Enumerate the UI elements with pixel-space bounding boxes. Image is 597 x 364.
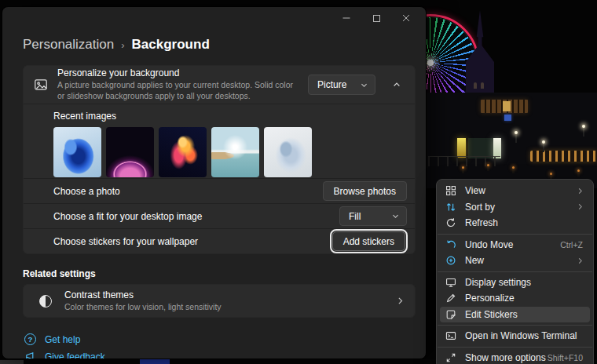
help-icon: ? <box>24 333 36 345</box>
undo-icon <box>445 239 456 250</box>
expand-icon <box>445 352 456 363</box>
choose-fit-row: Choose a fit for your desktop image Fill <box>24 203 415 228</box>
menu-item-undo-move[interactable]: Undo Move Ctrl+Z <box>440 237 590 253</box>
menu-item-label: Display settings <box>465 277 584 288</box>
menu-item-view[interactable]: View <box>440 183 590 199</box>
menu-item-label: View <box>465 185 576 196</box>
menu-separator <box>438 234 592 235</box>
breadcrumb: Personalization › Background <box>23 37 210 53</box>
sort-icon <box>445 202 456 213</box>
menu-item-open-windows-terminal[interactable]: Open in Windows Terminal <box>440 328 590 344</box>
menu-item-label: Undo Move <box>465 239 560 250</box>
settings-window: Personalization › Background Personalize… <box>2 6 427 359</box>
street-lamp <box>583 127 584 136</box>
background-settings-card: Personalize your background A picture ba… <box>23 65 416 254</box>
display-icon <box>445 277 456 288</box>
lit-panel-yellow <box>457 138 466 158</box>
menu-item-shortcut: Ctrl+Z <box>560 240 583 249</box>
terminal-icon <box>445 330 456 341</box>
background-type-dropdown[interactable]: Picture <box>308 75 375 95</box>
bollard-light <box>512 168 515 173</box>
maximize-button[interactable] <box>361 9 391 27</box>
menu-separator <box>438 325 592 326</box>
chevron-up-icon <box>392 80 401 89</box>
personalize-background-description: A picture background applies to your cur… <box>57 80 298 102</box>
chevron-right-icon <box>576 187 584 195</box>
menu-item-label: Sort by <box>465 202 576 213</box>
browse-photos-button[interactable]: Browse photos <box>323 181 407 201</box>
menu-item-label: Personalize <box>465 293 584 304</box>
choose-photo-label: Choose a photo <box>53 186 323 197</box>
church-steeple <box>466 10 494 106</box>
fit-dropdown[interactable]: Fill <box>339 206 407 226</box>
lit-window <box>503 101 511 111</box>
background-type-value: Picture <box>317 79 355 90</box>
picture-icon <box>34 78 48 92</box>
light-string <box>530 151 597 162</box>
collapse-section-button[interactable] <box>385 75 408 95</box>
bollard-light <box>462 168 464 173</box>
menu-item-label: New <box>465 255 576 266</box>
choose-stickers-label: Choose stickers for your wallpaper <box>53 236 332 247</box>
recent-images-list <box>53 127 415 177</box>
contrast-themes-description: Color themes for low vision, light sensi… <box>64 302 335 313</box>
pier-railing <box>428 156 500 166</box>
taskbar-peek <box>0 360 24 364</box>
titlebar[interactable] <box>2 7 426 27</box>
refresh-icon <box>445 217 456 228</box>
menu-item-refresh[interactable]: Refresh <box>440 215 590 231</box>
new-icon <box>445 255 456 266</box>
menu-item-label: Show more options <box>465 352 548 363</box>
recent-image-thumbnail-beach[interactable] <box>211 127 259 177</box>
menu-item-new[interactable]: New <box>440 253 590 269</box>
personalize-background-title: Personalize your background <box>57 67 298 78</box>
blue-window <box>504 115 511 121</box>
chevron-down-icon <box>360 81 368 89</box>
bollard-light <box>487 166 489 171</box>
menu-separator <box>438 347 592 348</box>
chevron-down-icon <box>391 212 400 220</box>
page-title: Background <box>132 37 210 53</box>
related-settings-heading: Related settings <box>23 268 96 279</box>
recent-image-thumbnail-light-bloom[interactable] <box>264 127 312 177</box>
menu-item-sort-by[interactable]: Sort by <box>440 199 590 216</box>
get-help-link[interactable]: ? Get help <box>24 333 80 345</box>
add-stickers-button[interactable]: Add stickers <box>332 231 405 251</box>
menu-item-edit-stickers[interactable]: Edit Stickers <box>440 307 590 323</box>
street-lamp <box>515 133 517 143</box>
close-button[interactable] <box>391 9 421 27</box>
desktop-context-menu: View Sort by Refresh Undo Move Ctrl+Z Ne… <box>436 179 594 364</box>
menu-item-shortcut: Shift+F10 <box>548 353 583 362</box>
steeple-window <box>474 82 477 89</box>
chevron-right-icon <box>576 202 584 211</box>
menu-item-show-more-options[interactable]: Show more options Shift+F10 <box>440 350 590 364</box>
contrast-themes-card[interactable]: Contrast themes Color themes for low vis… <box>23 284 416 318</box>
menu-item-label: Edit Stickers <box>465 309 584 320</box>
chevron-right-icon <box>576 257 584 265</box>
taskbar-peek <box>140 359 170 364</box>
grid-icon <box>445 185 456 196</box>
give-feedback-link[interactable]: Give feedback <box>24 351 105 359</box>
recent-image-thumbnail-purple-glow[interactable] <box>106 127 154 177</box>
breadcrumb-personalization[interactable]: Personalization <box>23 37 114 53</box>
get-help-label: Get help <box>45 334 80 345</box>
recent-image-thumbnail-blue-bloom[interactable] <box>53 127 101 177</box>
menu-item-label: Open in Windows Terminal <box>465 330 584 341</box>
give-feedback-label: Give feedback <box>45 351 105 360</box>
feedback-icon <box>24 351 36 359</box>
recent-images-label: Recent images <box>53 111 415 122</box>
chevron-right-icon <box>395 296 405 306</box>
menu-item-personalize[interactable]: Personalize <box>440 290 590 307</box>
contrast-themes-title: Contrast themes <box>64 289 383 300</box>
minimize-button[interactable] <box>331 9 361 27</box>
menu-item-label: Refresh <box>465 217 584 228</box>
breadcrumb-separator: › <box>121 39 124 51</box>
personalize-background-row: Personalize your background A picture ba… <box>24 66 415 104</box>
recent-image-thumbnail-abstract-flower[interactable] <box>159 127 207 177</box>
choose-fit-label: Choose a fit for your desktop image <box>53 211 339 222</box>
choose-photo-row: Choose a photo Browse photos <box>24 178 415 203</box>
choose-stickers-row: Choose stickers for your wallpaper Add s… <box>24 228 415 253</box>
menu-item-display-settings[interactable]: Display settings <box>440 275 590 291</box>
sticker-icon <box>445 309 456 320</box>
steeple-window <box>481 82 484 89</box>
